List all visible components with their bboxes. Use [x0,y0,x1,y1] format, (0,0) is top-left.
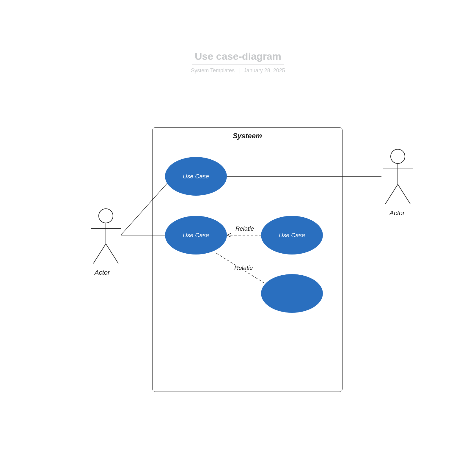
usecase-3: Use Case [261,216,323,255]
usecase-4 [261,274,323,313]
actor-left [88,208,124,265]
svg-point-5 [99,209,113,223]
usecase-3-label: Use Case [279,232,305,239]
actor-icon [380,149,416,205]
svg-point-10 [391,149,405,164]
svg-line-13 [385,184,398,204]
svg-line-8 [93,244,106,263]
relation-label-1: Relatie [235,225,254,232]
subtitle-right: January 28, 2025 [244,67,285,73]
usecase-2: Use Case [165,216,227,255]
subtitle-left: System Templates [191,67,235,73]
actor-right [380,149,416,205]
system-title: Systeem [153,132,342,140]
usecase-2-label: Use Case [183,232,209,239]
subtitle-separator: | [238,67,240,74]
relation-label-2: Relatie [234,265,253,271]
svg-line-14 [398,184,410,204]
diagram-header: Use case-diagram System Templates | Janu… [0,51,476,74]
usecase-1-label: Use Case [183,173,209,180]
usecase-1: Use Case [165,157,227,196]
actor-left-label: Actor [95,269,110,277]
actor-icon [88,208,124,265]
diagram-subtitle: System Templates | January 28, 2025 [0,67,476,74]
svg-line-9 [106,244,118,263]
actor-right-label: Actor [389,209,405,217]
diagram-title: Use case-diagram [192,51,284,65]
